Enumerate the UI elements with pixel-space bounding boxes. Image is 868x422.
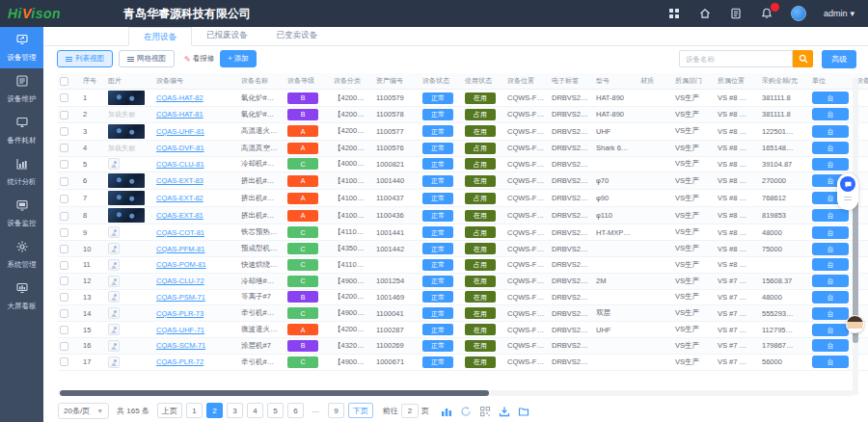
user-menu[interactable]: admin▾	[824, 9, 854, 18]
device-photo[interactable]	[108, 173, 145, 188]
device-code-link[interactable]: CQAS-UHF-71	[156, 326, 204, 334]
row-checkbox[interactable]	[60, 277, 68, 285]
device-code-link[interactable]: CQAS-COT-81	[156, 228, 204, 237]
device-photo[interactable]	[108, 208, 145, 223]
home-icon[interactable]	[698, 7, 712, 20]
unit-badge: 台	[812, 142, 849, 154]
page-button-1[interactable]: 1	[186, 403, 203, 418]
row-index: 7	[81, 190, 106, 207]
tab-2[interactable]: 已报废设备	[192, 26, 262, 45]
page-button-5[interactable]: 5	[267, 403, 284, 418]
device-code-link[interactable]: CQAS-PSM-71	[156, 293, 205, 302]
device-code-link[interactable]: CQAS-DVF-81	[156, 144, 204, 152]
user-avatar[interactable]	[791, 6, 806, 21]
device-code-link[interactable]: CQAS-PFM-81	[156, 245, 204, 253]
search-input[interactable]	[679, 50, 793, 67]
device-code-link[interactable]: CQAS-EXT-83	[156, 176, 203, 185]
page-button-2[interactable]: 2	[206, 403, 223, 418]
unit-cell: 台	[810, 289, 854, 305]
row-checkbox[interactable]	[60, 342, 68, 351]
sidebar-item-5[interactable]: 设备监控	[0, 193, 43, 234]
device-code-link[interactable]: CQAS-HAT-81	[156, 110, 203, 119]
device-name: 挤出机#…	[239, 172, 285, 190]
row-checkbox[interactable]	[60, 111, 68, 119]
assistant-avatar[interactable]	[846, 315, 864, 333]
qrcode-icon[interactable]	[479, 405, 492, 417]
chat-float-button[interactable]	[837, 173, 858, 210]
tab-3[interactable]: 已变卖设备	[262, 26, 333, 45]
row-checkbox[interactable]	[60, 212, 68, 221]
device-code-link[interactable]: CQAS-CLU-72	[156, 277, 204, 285]
prev-page-button[interactable]: 上页	[157, 403, 182, 418]
page-button-9[interactable]: 9	[328, 403, 344, 418]
advanced-search-button[interactable]: 高级	[822, 50, 856, 68]
device-status-cell: 正常	[420, 337, 463, 354]
device-code-link[interactable]: CQAS-SCM-71	[156, 341, 205, 350]
row-checkbox[interactable]	[60, 326, 68, 334]
device-code-link[interactable]: CQAS-POM-81	[156, 260, 206, 269]
row-checkbox[interactable]	[60, 127, 68, 136]
page-size-select[interactable]: 20条/页▼	[58, 403, 109, 419]
sidebar-item-7[interactable]: 大屏看板	[0, 276, 43, 317]
horizontal-scrollbar-thumb[interactable]	[60, 390, 489, 396]
refresh-icon[interactable]	[460, 405, 473, 417]
device-image-cell	[106, 207, 154, 224]
sidebar-item-4[interactable]: 统计分析	[0, 151, 43, 193]
row-checkbox[interactable]	[60, 245, 68, 253]
export-icon[interactable]	[518, 405, 530, 417]
device-image-cell	[106, 241, 154, 257]
search-icon	[799, 54, 808, 64]
device-code-link[interactable]: CQAS-EXT-82	[156, 194, 203, 202]
view-repair-link[interactable]: ✎ 看报修	[184, 54, 214, 64]
bell-icon[interactable]	[760, 7, 773, 20]
row-checkbox[interactable]	[60, 228, 68, 237]
sidebar-item-6[interactable]: 系统管理	[0, 234, 43, 276]
search-button[interactable]	[793, 50, 813, 67]
list-view-button[interactable]: 列表视图	[57, 50, 113, 67]
row-checkbox[interactable]	[60, 93, 68, 102]
status-badge: 正常	[422, 243, 453, 254]
select-all-checkbox[interactable]	[60, 77, 68, 86]
column-header-10: 设备位置	[505, 73, 550, 90]
row-checkbox[interactable]	[60, 357, 68, 366]
row-select-cell	[58, 207, 81, 224]
row-checkbox[interactable]	[60, 144, 68, 152]
status-badge: 正常	[422, 276, 453, 287]
use-status-cell: 在用	[463, 172, 505, 190]
row-checkbox[interactable]	[60, 261, 68, 270]
jump-page-input[interactable]	[401, 404, 419, 418]
sidebar-item-3[interactable]: 备件耗材	[0, 110, 43, 151]
purchase-amount: 768612	[760, 190, 810, 207]
row-checkbox[interactable]	[60, 160, 68, 169]
device-code-link[interactable]: CQAS-PLR-72	[156, 357, 203, 366]
device-code-link[interactable]: CQAS-CLU-81	[156, 160, 204, 169]
monitor-edit-icon	[15, 33, 29, 50]
device-code-cell: CQAS-PFM-81	[154, 241, 239, 257]
tab-1[interactable]: 在用设备	[128, 27, 192, 46]
device-code-link[interactable]: CQAS-UHF-81	[156, 127, 204, 136]
document-icon[interactable]	[729, 7, 743, 20]
device-photo[interactable]	[108, 91, 145, 105]
next-page-button[interactable]: 下页	[348, 403, 373, 418]
row-checkbox[interactable]	[60, 309, 68, 318]
page-button-4[interactable]: 4	[247, 403, 263, 418]
row-checkbox[interactable]	[60, 195, 68, 203]
device-code-cell: CQAS-POM-81	[154, 256, 239, 273]
column-header-14: 所属部门	[673, 73, 716, 90]
apps-grid-icon[interactable]	[667, 7, 681, 20]
sidebar-item-1[interactable]: 设备管理	[0, 27, 43, 68]
add-button[interactable]: + 添加	[220, 50, 256, 67]
device-code-link[interactable]: CQAS-EXT-81	[156, 211, 203, 220]
device-photo[interactable]	[108, 124, 145, 139]
device-code-link[interactable]: CQAS-PLR-73	[156, 309, 203, 318]
row-checkbox[interactable]	[60, 177, 68, 186]
page-button-6[interactable]: 6	[287, 403, 304, 418]
device-code-link[interactable]: CQAS-HAT-82	[156, 93, 203, 102]
sidebar-item-2[interactable]: 设备维护	[0, 68, 43, 110]
download-icon[interactable]	[499, 405, 511, 417]
grid-view-button[interactable]: 网格视图	[119, 50, 175, 67]
chart-icon[interactable]	[441, 405, 453, 417]
page-button-3[interactable]: 3	[227, 403, 243, 418]
device-photo[interactable]	[108, 191, 145, 205]
row-checkbox[interactable]	[60, 293, 68, 302]
